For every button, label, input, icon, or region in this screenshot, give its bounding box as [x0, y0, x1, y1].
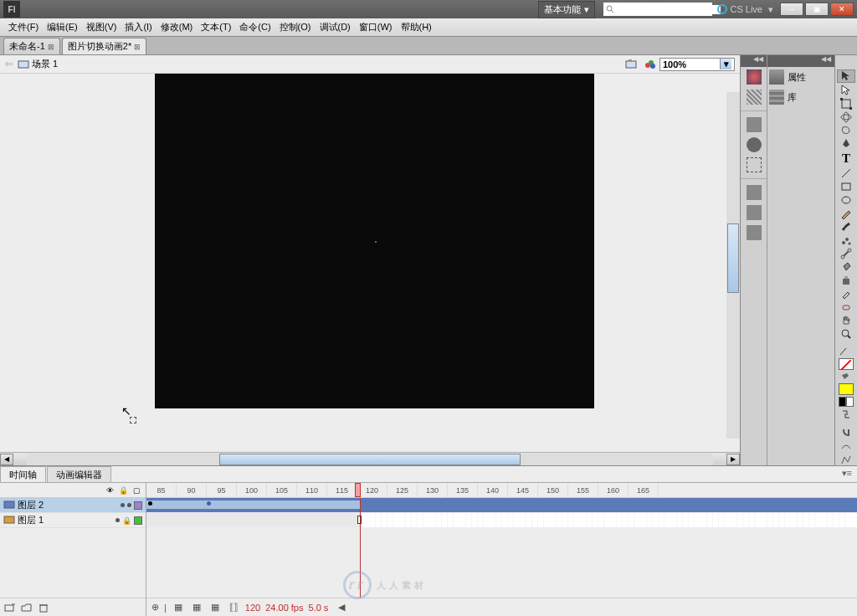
- stroke-color[interactable]: [837, 346, 855, 357]
- menu-debug[interactable]: 调试(D): [316, 19, 354, 35]
- edit-scene-button[interactable]: [624, 57, 639, 72]
- tab-timeline[interactable]: 时间轴: [0, 466, 46, 482]
- zoom-tool[interactable]: [837, 328, 855, 340]
- svg-rect-28: [5, 605, 13, 611]
- layer-row-0[interactable]: 图层 2: [0, 498, 146, 513]
- color-icon[interactable]: [747, 90, 762, 105]
- back-button[interactable]: ⇦: [5, 59, 13, 69]
- search-box[interactable]: [603, 3, 712, 16]
- frames-area[interactable]: 8590951001051101151201251301351401451501…: [146, 483, 857, 616]
- timeline-options[interactable]: ▾≡: [837, 466, 857, 482]
- text-tool[interactable]: T: [837, 151, 855, 166]
- motion-presets-icon[interactable]: [747, 225, 762, 240]
- fill-swatch[interactable]: [837, 383, 855, 395]
- svg-point-11: [841, 115, 851, 120]
- workspace-switcher[interactable]: 基本功能▾: [538, 1, 595, 18]
- elapsed-time[interactable]: 5.0 s: [308, 603, 328, 613]
- maximize-button[interactable]: ▣: [805, 3, 829, 16]
- edit-multiple-button[interactable]: ⟦⟧: [227, 601, 240, 614]
- pen-tool[interactable]: [837, 138, 855, 150]
- black-and-white-button[interactable]: [837, 397, 855, 407]
- deco-tool[interactable]: [837, 234, 855, 246]
- panel-collapse-left[interactable]: ◀◀: [741, 55, 767, 67]
- oval-tool[interactable]: [837, 194, 855, 206]
- doc-tab-1[interactable]: 图片切换动画2*⊠: [62, 38, 146, 54]
- panel-collapse-right[interactable]: ◀◀: [767, 55, 834, 67]
- frame-rate[interactable]: 24.00 fps: [265, 603, 303, 613]
- transform-icon[interactable]: [747, 157, 762, 172]
- outline-header-icon[interactable]: ▢: [133, 486, 141, 495]
- frame-ruler[interactable]: 8590951001051101151201251301351401451501…: [146, 483, 857, 498]
- menu-commands[interactable]: 命令(C): [236, 19, 274, 35]
- frame-row-1[interactable]: [146, 513, 857, 528]
- subselection-tool[interactable]: [837, 85, 855, 96]
- close-icon[interactable]: ⊠: [48, 43, 54, 51]
- center-frame-button[interactable]: ▦: [172, 601, 185, 614]
- swatches-icon[interactable]: [747, 69, 762, 85]
- lock-icon[interactable]: 🔒: [122, 516, 131, 525]
- library-panel-button[interactable]: 库: [767, 87, 834, 107]
- info-icon[interactable]: [747, 137, 762, 152]
- menu-insert[interactable]: 插入(I): [121, 19, 155, 35]
- close-icon[interactable]: ⊠: [134, 43, 141, 51]
- eraser-tool[interactable]: [837, 301, 855, 313]
- layer-row-1[interactable]: 图层 1 🔒: [0, 513, 146, 528]
- snap-to-objects-button[interactable]: [837, 427, 855, 439]
- vertical-scrollbar[interactable]: [726, 92, 740, 439]
- align-icon[interactable]: [747, 117, 762, 132]
- scene-label[interactable]: 场景 1: [18, 58, 58, 70]
- ink-bottle-tool[interactable]: [837, 275, 855, 286]
- fill-color[interactable]: [837, 372, 855, 382]
- canvas[interactable]: [155, 74, 594, 408]
- stroke-swatch[interactable]: [837, 358, 855, 370]
- menu-file[interactable]: 文件(F): [5, 19, 42, 35]
- onion-outlines-button[interactable]: ▦: [190, 601, 203, 614]
- selection-tool[interactable]: [837, 69, 855, 83]
- minimize-button[interactable]: ─: [780, 3, 803, 16]
- eyedropper-tool[interactable]: [837, 288, 855, 300]
- stage-scroll[interactable]: ↖: [0, 74, 740, 452]
- rectangle-tool[interactable]: [837, 181, 855, 192]
- menu-edit[interactable]: 编辑(E): [44, 19, 81, 35]
- code-snippets-icon[interactable]: [747, 185, 762, 200]
- menu-control[interactable]: 控制(O): [276, 19, 315, 35]
- lock-header-icon[interactable]: 🔒: [119, 486, 128, 495]
- onion-multiple-button[interactable]: ▦: [208, 601, 222, 614]
- brush-tool[interactable]: [837, 221, 855, 233]
- menu-help[interactable]: 帮助(H): [398, 19, 435, 35]
- menu-view[interactable]: 视图(V): [83, 19, 121, 35]
- horizontal-scrollbar[interactable]: ◀▶: [0, 452, 740, 465]
- swap-colors-button[interactable]: [837, 408, 855, 420]
- cslive-button[interactable]: CS Live▾: [717, 4, 773, 15]
- 3d-rotation-tool[interactable]: [837, 111, 855, 123]
- smooth-button[interactable]: [837, 440, 855, 452]
- free-transform-tool[interactable]: [837, 98, 855, 110]
- properties-panel-button[interactable]: 属性: [767, 67, 834, 87]
- pencil-tool[interactable]: [837, 208, 855, 219]
- menu-modify[interactable]: 修改(M): [157, 19, 197, 35]
- lasso-tool[interactable]: [837, 125, 855, 136]
- straighten-button[interactable]: [837, 454, 855, 465]
- new-layer-button[interactable]: [3, 601, 17, 614]
- bone-tool[interactable]: [837, 248, 855, 259]
- onion-skin-button[interactable]: ⊕: [151, 602, 159, 613]
- visibility-header-icon[interactable]: 👁: [106, 486, 114, 495]
- tab-motion-editor[interactable]: 动画编辑器: [47, 466, 111, 482]
- components-icon[interactable]: [747, 205, 762, 220]
- edit-symbols-button[interactable]: [643, 57, 658, 72]
- current-frame[interactable]: 120: [245, 603, 260, 613]
- line-tool[interactable]: [837, 167, 855, 179]
- hand-tool[interactable]: [837, 315, 855, 326]
- new-folder-button[interactable]: [20, 601, 33, 614]
- playhead[interactable]: [360, 498, 361, 598]
- paint-bucket-tool[interactable]: [837, 261, 855, 273]
- doc-tab-0[interactable]: 未命名-1⊠: [3, 38, 60, 54]
- menu-window[interactable]: 窗口(W): [356, 19, 396, 35]
- menu-text[interactable]: 文本(T): [198, 19, 234, 35]
- close-button[interactable]: ✕: [830, 3, 854, 16]
- frame-row-0[interactable]: [146, 498, 857, 513]
- search-input[interactable]: [614, 5, 721, 14]
- layer-icon: [3, 515, 15, 526]
- zoom-select[interactable]: 100%▾: [659, 58, 735, 71]
- delete-layer-button[interactable]: [37, 601, 50, 614]
